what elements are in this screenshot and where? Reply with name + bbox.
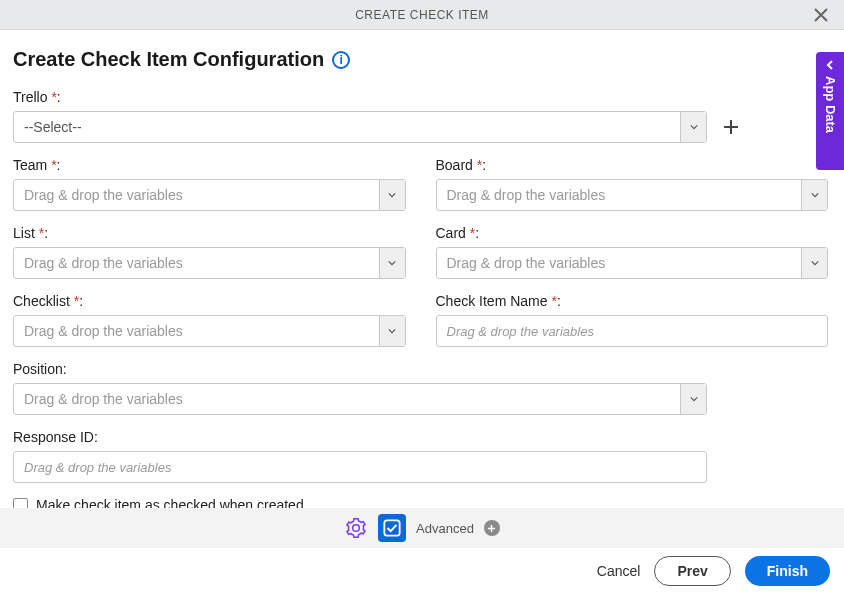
close-icon: [814, 8, 828, 22]
add-trello-button[interactable]: [717, 113, 745, 141]
gear-icon: [346, 518, 366, 538]
trello-label: Trello *:: [13, 89, 707, 105]
chevron-down-icon: [811, 191, 819, 199]
footer-bar: Advanced: [0, 508, 844, 548]
check-item-name-label: Check Item Name *:: [436, 293, 829, 309]
card-input[interactable]: [437, 248, 802, 278]
position-label: Position:: [13, 361, 707, 377]
checklist-select-caret[interactable]: [379, 316, 405, 346]
response-id-input[interactable]: [13, 451, 707, 483]
page-heading: Create Check Item Configuration i: [13, 48, 350, 71]
trello-select-caret[interactable]: [680, 112, 706, 142]
list-input[interactable]: [14, 248, 379, 278]
checklist-label: Checklist *:: [13, 293, 406, 309]
response-id-label: Response ID:: [13, 429, 707, 445]
team-select-caret[interactable]: [379, 180, 405, 210]
basic-mode-toggle[interactable]: [378, 514, 406, 542]
list-label: List *:: [13, 225, 406, 241]
chevron-down-icon: [811, 259, 819, 267]
trello-select-value[interactable]: [14, 112, 680, 142]
modal-header: CREATE CHECK ITEM: [0, 0, 844, 30]
settings-button[interactable]: [344, 516, 368, 540]
finish-button[interactable]: Finish: [745, 556, 830, 586]
team-select[interactable]: [13, 179, 406, 211]
board-input[interactable]: [437, 180, 802, 210]
form-content: Create Check Item Configuration i Trello…: [0, 30, 844, 513]
card-select-caret[interactable]: [801, 248, 827, 278]
chevron-down-icon: [690, 395, 698, 403]
trello-select[interactable]: [13, 111, 707, 143]
chevron-down-icon: [388, 259, 396, 267]
prev-button[interactable]: Prev: [654, 556, 730, 586]
chevron-down-icon: [388, 191, 396, 199]
advanced-expand-button[interactable]: [484, 520, 500, 536]
chevron-down-icon: [690, 123, 698, 131]
svg-rect-0: [384, 520, 399, 535]
list-select-caret[interactable]: [379, 248, 405, 278]
chevron-down-icon: [388, 327, 396, 335]
position-select[interactable]: [13, 383, 707, 415]
bottom-actions: Cancel Prev Finish: [597, 556, 830, 586]
plus-icon: [722, 118, 740, 136]
close-button[interactable]: [808, 4, 834, 29]
board-select-caret[interactable]: [801, 180, 827, 210]
card-select[interactable]: [436, 247, 829, 279]
page-title-text: Create Check Item Configuration: [13, 48, 324, 71]
plus-icon: [487, 524, 496, 533]
chevron-left-icon: [825, 60, 835, 70]
position-select-caret[interactable]: [680, 384, 706, 414]
app-data-panel-tab[interactable]: App Data: [816, 52, 844, 170]
app-data-label: App Data: [823, 76, 838, 133]
position-input[interactable]: [14, 384, 680, 414]
checklist-input[interactable]: [14, 316, 379, 346]
card-label: Card *:: [436, 225, 829, 241]
check-icon: [383, 519, 401, 537]
cancel-button[interactable]: Cancel: [597, 563, 641, 579]
info-icon[interactable]: i: [332, 51, 350, 69]
team-label: Team *:: [13, 157, 406, 173]
check-item-name-input[interactable]: [436, 315, 829, 347]
checklist-select[interactable]: [13, 315, 406, 347]
team-input[interactable]: [14, 180, 379, 210]
board-label: Board *:: [436, 157, 829, 173]
modal-title: CREATE CHECK ITEM: [355, 8, 489, 22]
board-select[interactable]: [436, 179, 829, 211]
advanced-label: Advanced: [416, 521, 474, 536]
list-select[interactable]: [13, 247, 406, 279]
